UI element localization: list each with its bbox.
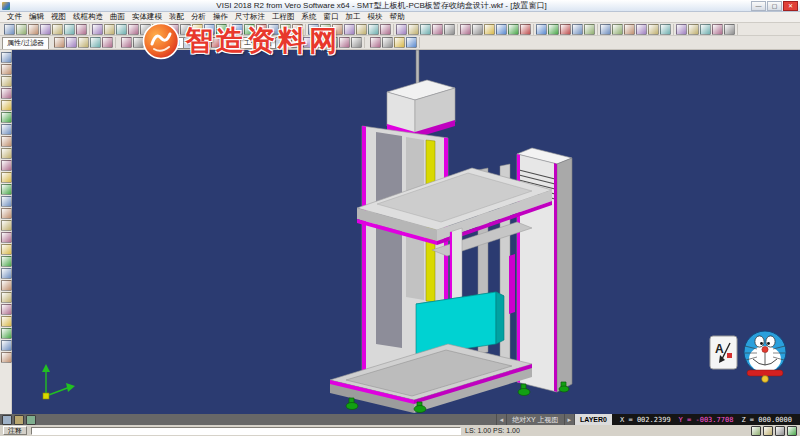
toolbar-icon[interactable] — [76, 24, 87, 35]
toolbar-icon[interactable] — [496, 24, 507, 35]
toolbar-icon[interactable] — [339, 37, 350, 48]
toolbar-icon[interactable] — [180, 24, 191, 35]
toolbar-icon[interactable] — [508, 24, 519, 35]
toolbar-icon[interactable] — [268, 24, 279, 35]
viewport-canvas[interactable]: A — [12, 50, 800, 414]
toolbar-icon[interactable] — [291, 37, 302, 48]
toolbar-icon[interactable] — [78, 37, 89, 48]
sidebar-icon[interactable] — [1, 244, 12, 255]
toolbar-icon[interactable] — [408, 24, 419, 35]
toolbar-icon[interactable] — [356, 24, 367, 35]
toolbar-icon[interactable] — [520, 24, 531, 35]
sidebar-icon[interactable] — [1, 52, 12, 63]
sidebar-icon[interactable] — [1, 352, 12, 363]
menu-item[interactable]: 加工 — [343, 12, 364, 22]
minimize-button[interactable]: — — [751, 1, 766, 11]
toolbar-icon[interactable] — [472, 24, 483, 35]
toolbar-icon[interactable] — [244, 24, 255, 35]
sidebar-icon[interactable] — [1, 100, 12, 111]
maximize-button[interactable]: ▢ — [767, 1, 782, 11]
toolbar-icon[interactable] — [700, 24, 711, 35]
status-grid-icon[interactable] — [14, 415, 24, 425]
toolbar-icon[interactable] — [380, 24, 391, 35]
toolbar-icon[interactable] — [636, 24, 647, 35]
sidebar-icon[interactable] — [1, 88, 12, 99]
toolbar-icon[interactable] — [128, 24, 139, 35]
toolbar-icon[interactable] — [444, 24, 455, 35]
toolbar-icon[interactable] — [216, 24, 227, 35]
sidebar-icon[interactable] — [1, 112, 12, 123]
sidebar-icon[interactable] — [1, 184, 12, 195]
toolbar-icon[interactable] — [28, 24, 39, 35]
toolbar-icon[interactable] — [54, 37, 65, 48]
toolbar-icon[interactable] — [351, 37, 362, 48]
sidebar-icon[interactable] — [1, 280, 12, 291]
toolbar-icon[interactable] — [612, 24, 623, 35]
toolbar-icon[interactable] — [256, 24, 267, 35]
toolbar-icon[interactable] — [484, 24, 495, 35]
menu-item[interactable]: 工程图 — [269, 12, 298, 22]
menu-item[interactable]: 编辑 — [26, 12, 47, 22]
toolbar-icon[interactable] — [308, 24, 319, 35]
menu-item[interactable]: 分析 — [188, 12, 209, 22]
toolbar-icon[interactable] — [406, 37, 417, 48]
toolbar-icon[interactable] — [320, 24, 331, 35]
toolbar-icon[interactable] — [4, 24, 15, 35]
sidebar-icon[interactable] — [1, 124, 12, 135]
view-next-button[interactable]: ▸ — [564, 414, 575, 425]
toolbar-icon[interactable] — [396, 24, 407, 35]
note-button[interactable]: 注释 — [3, 426, 27, 435]
status-plane-icon[interactable] — [26, 415, 36, 425]
toolbar-icon[interactable] — [382, 37, 393, 48]
toolbar-icon[interactable] — [600, 24, 611, 35]
close-button[interactable]: ✕ — [783, 1, 798, 11]
status-toggle-icon[interactable] — [775, 426, 785, 436]
toolbar-icon[interactable] — [40, 24, 51, 35]
toolbar-icon[interactable] — [344, 24, 355, 35]
toolbar-icon[interactable] — [192, 24, 203, 35]
menu-item[interactable]: 系统 — [299, 12, 320, 22]
sidebar-icon[interactable] — [1, 232, 12, 243]
toolbar-icon[interactable] — [280, 24, 291, 35]
toolbar-icon[interactable] — [560, 24, 571, 35]
chevron-down-icon[interactable]: ▾ — [275, 38, 285, 48]
sidebar-icon[interactable] — [1, 148, 12, 159]
toolbar-icon[interactable] — [536, 24, 547, 35]
toolbar-icon[interactable] — [460, 24, 471, 35]
view-combo[interactable]: 视图 ▾ — [162, 37, 194, 49]
toolbar-icon[interactable] — [92, 24, 103, 35]
toolbar-icon[interactable] — [52, 24, 63, 35]
sidebar-icon[interactable] — [1, 160, 12, 171]
menu-item[interactable]: 操作 — [210, 12, 231, 22]
toolbar-icon[interactable] — [303, 37, 314, 48]
menu-item[interactable]: 模块 — [365, 12, 386, 22]
toolbar-icon[interactable] — [145, 37, 156, 48]
toolbar-icon[interactable] — [152, 24, 163, 35]
menu-item[interactable]: 窗口 — [321, 12, 342, 22]
toolbar-icon[interactable] — [66, 37, 77, 48]
menu-item[interactable]: 装配 — [166, 12, 187, 22]
toolbar-icon[interactable] — [688, 24, 699, 35]
status-toggle-icon[interactable] — [763, 426, 773, 436]
toolbar-icon[interactable] — [572, 24, 583, 35]
toolbar-icon[interactable] — [223, 37, 234, 48]
sidebar-icon[interactable] — [1, 172, 12, 183]
toolbar-icon[interactable] — [90, 37, 101, 48]
workplane-combo[interactable]: 工作平面 ▾ — [240, 37, 286, 49]
toolbar-icon[interactable] — [199, 37, 210, 48]
toolbar-icon[interactable] — [292, 24, 303, 35]
layer-indicator[interactable]: LAYER0 — [574, 414, 612, 425]
menu-item[interactable]: 尺寸标注 — [232, 12, 268, 22]
sidebar-icon[interactable] — [1, 256, 12, 267]
toolbar-icon[interactable] — [332, 24, 343, 35]
menu-item[interactable]: 帮助 — [387, 12, 408, 22]
menu-item[interactable]: 视图 — [48, 12, 69, 22]
toolbar-icon[interactable] — [16, 24, 27, 35]
toolbar-icon[interactable] — [370, 37, 381, 48]
toolbar-icon[interactable] — [133, 37, 144, 48]
toolbar-icon[interactable] — [432, 24, 443, 35]
command-input[interactable] — [31, 427, 461, 435]
menu-item[interactable]: 实体建模 — [129, 12, 165, 22]
sidebar-icon[interactable] — [1, 304, 12, 315]
view-mode-indicator[interactable]: 绝对XY 上视图 — [506, 414, 563, 425]
